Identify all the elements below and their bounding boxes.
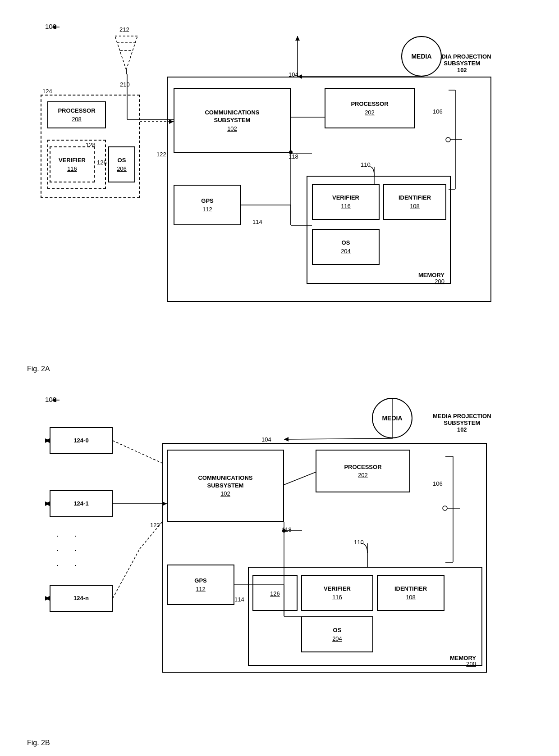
svg-marker-39: [45, 501, 50, 506]
svg-marker-35: [45, 438, 50, 443]
svg-marker-42: [45, 596, 50, 601]
svg-marker-49: [284, 437, 289, 442]
svg-marker-38: [45, 501, 50, 506]
fig-2a-label: Fig. 2A: [27, 365, 550, 373]
ref-106-2a: 106: [433, 108, 443, 115]
gps-box-2b: GPS 112: [167, 565, 234, 605]
fig-2b-label: Fig. 2B: [27, 739, 550, 747]
dots-2b-right: ···: [74, 528, 77, 572]
ref-122-2a: 122: [156, 151, 166, 158]
processor-202-box-2b: PROCESSOR 202: [316, 450, 410, 492]
ref-114-2a: 114: [252, 219, 262, 225]
verifier-116b-box: VERIFIER 116: [50, 146, 95, 182]
svg-line-48: [284, 438, 392, 439]
ref-104-2b: 104: [261, 436, 271, 443]
os-206-box: OS 206: [108, 146, 135, 182]
identifier-108-box-2b: IDENTIFIER 108: [377, 575, 444, 611]
box-124-0: 124-0: [50, 427, 113, 454]
ref-106-2b: 106: [433, 480, 443, 487]
ref-100-2b: 100: [45, 396, 56, 403]
comm-subsystem-box-2b: COMMUNICATIONS SUBSYSTEM 102: [167, 450, 284, 522]
ref-118-2a: 118: [289, 153, 298, 160]
svg-line-1: [126, 36, 137, 70]
os-204-box-2a: OS 204: [312, 229, 380, 265]
gps-box-2a: GPS 112: [174, 185, 241, 225]
box-126-2b: 126: [252, 575, 298, 611]
ref-122-2b: 122: [150, 522, 160, 528]
verifier-116-box-2b: VERIFIER 116: [301, 575, 373, 611]
page: 100 212 210 124 PROC: [0, 0, 559, 756]
svg-line-0: [115, 36, 126, 70]
box-124-n: 124-n: [50, 585, 113, 612]
dots-2b: ···: [56, 528, 59, 572]
media-circle-2a: MEDIA: [401, 36, 442, 77]
ref-126-2a: 126: [97, 159, 107, 166]
diagram-2b: 100 124-0 124-1 124-n ··· ··· MEDIA PROJ…: [32, 391, 527, 733]
svg-line-43: [113, 441, 162, 463]
box-124-1: 124-1: [50, 490, 113, 517]
ref-124-2a: 124: [42, 88, 52, 95]
comm-subsystem-box-2a: COMMUNICATIONS SUBSYSTEM 102: [174, 88, 291, 153]
svg-marker-36: [45, 438, 50, 443]
processor-208-box: PROCESSOR 208: [47, 101, 106, 128]
mps-label-2b: MEDIA PROJECTION SUBSYSTEM 102: [433, 413, 491, 433]
antenna-symbol: [108, 29, 144, 74]
svg-marker-41: [45, 596, 50, 601]
ref-210-2a: 210: [120, 81, 130, 88]
ref-118-2b: 118: [282, 526, 292, 533]
processor-202-box-2a: PROCESSOR 202: [325, 88, 415, 128]
verifier-116-box-2a: VERIFIER 116: [312, 184, 380, 220]
ref-100-2a: 100: [45, 23, 56, 30]
ref-110-2b: 110: [354, 539, 364, 546]
ref-110-2a: 110: [361, 161, 371, 168]
os-204-box-2b: OS 204: [301, 616, 373, 652]
diagram-2a: 100 212 210 124 PROC: [32, 18, 527, 360]
ref-114-2b: 114: [234, 596, 244, 603]
svg-marker-12: [295, 36, 300, 41]
svg-line-46: [113, 549, 140, 598]
ref-104-2a: 104: [289, 71, 298, 78]
identifier-108-box-2a: IDENTIFIER 108: [383, 184, 446, 220]
media-circle-2b: MEDIA: [372, 398, 412, 438]
